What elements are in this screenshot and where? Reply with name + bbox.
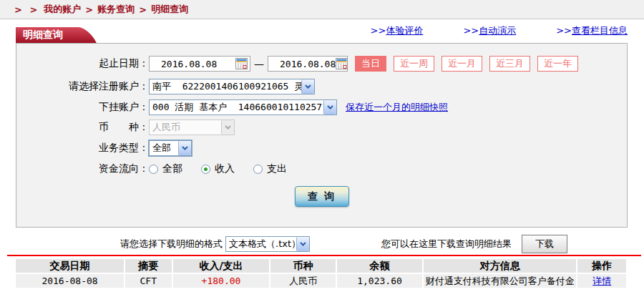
cell-counterparty: 财付通支付科技有限公司客户备付金: [424, 274, 577, 288]
chevron-down-icon: [221, 120, 234, 135]
calendar-icon[interactable]: [336, 58, 348, 69]
chevron-down-icon[interactable]: [323, 100, 336, 115]
col-header-balance: 余额: [337, 259, 422, 273]
download-button[interactable]: 下载: [522, 235, 567, 253]
sub-account-row: 下挂账户： 000 活期 基本户 1406600101102571848 保存近…: [16, 99, 627, 115]
download-result-label: 您可以在这里下载查询明细结果: [381, 238, 512, 250]
cell-action: 详情: [577, 274, 626, 288]
date-separator: —: [254, 58, 264, 69]
link-experience-rating[interactable]: >>体验评价: [371, 24, 424, 37]
breadcrumb-separator: >: [85, 4, 93, 15]
fund-flow-radio-all[interactable]: [149, 165, 158, 174]
results-header-row: 交易日期 摘要 收入/支出 币种 余额 对方信息 操作: [16, 259, 626, 273]
breadcrumb-item-account-query[interactable]: 账务查询: [97, 3, 135, 16]
register-account-select[interactable]: 南平 6222001406100921065 灵通卡: [149, 79, 315, 94]
download-format-select[interactable]: 文本格式（.txt）: [225, 236, 310, 252]
link-auto-demo[interactable]: >>自动演示: [463, 24, 516, 37]
download-row: 请您选择下载明细的格式 文本格式（.txt） 您可以在这里下载查询明细结果 下载: [0, 235, 644, 253]
sub-account-label: 下挂账户：: [16, 101, 149, 114]
cell-currency: 人民币: [270, 274, 336, 288]
query-button[interactable]: 查 询: [295, 186, 349, 207]
col-header-counterparty: 对方信息: [424, 259, 577, 273]
chevron-down-icon[interactable]: [296, 237, 309, 251]
table-row: 2016-08-08 CFT +180.00 人民币 1,023.60 财付通支…: [16, 274, 626, 288]
quick-date-button-year[interactable]: 近一年: [537, 56, 578, 72]
breadcrumb-prefix: > >: [14, 4, 39, 15]
col-header-action: 操作: [577, 259, 626, 273]
cell-balance: 1,023.60: [337, 274, 422, 288]
cell-date: 2016-08-08: [16, 274, 124, 288]
quick-date-button-month[interactable]: 近一月: [441, 56, 482, 72]
query-form-panel: 起止日期： 2016.08.08 — 2016.08.08: [16, 43, 628, 228]
breadcrumb-item-my-account[interactable]: 我的账户: [44, 3, 81, 16]
register-account-row: 请选择注册账户： 南平 6222001406100921065 灵通卡: [16, 79, 627, 94]
quick-date-button-week[interactable]: 近一周: [394, 56, 434, 72]
currency-row: 币 种： 人民币: [16, 120, 627, 135]
col-header-currency: 币种: [270, 259, 336, 273]
header-links: >>体验评价 >>自动演示 >>查看栏目信息: [331, 24, 628, 37]
fund-flow-option-all: 全部: [162, 162, 182, 175]
chevron-down-icon[interactable]: [178, 141, 191, 155]
detail-link[interactable]: 详情: [592, 276, 611, 286]
calendar-icon[interactable]: [235, 58, 248, 69]
tab-detail-query[interactable]: 明细查询: [16, 27, 79, 43]
cell-summary: CFT: [125, 274, 171, 288]
fund-flow-radio-expense[interactable]: [253, 165, 263, 174]
business-type-row: 业务类型： 全部: [16, 140, 627, 156]
date-range-label: 起止日期：: [16, 57, 149, 70]
tab-swoosh-decoration: [69, 27, 97, 43]
chevron-down-icon[interactable]: [301, 79, 314, 94]
table-top-divider: [7, 255, 641, 256]
fund-flow-row: 资金流向： 全部 收入 支出: [16, 163, 627, 175]
breadcrumb-separator: >: [139, 4, 147, 15]
register-account-label: 请选择注册账户：: [16, 80, 149, 93]
fund-flow-option-expense: 支出: [267, 162, 287, 175]
quick-date-button-today[interactable]: 当日: [355, 56, 386, 72]
breadcrumb-item-detail-query[interactable]: 明细查询: [151, 3, 188, 16]
end-date-input[interactable]: 2016.08.08: [268, 56, 348, 72]
download-format-label: 请您选择下载明细的格式: [120, 238, 223, 250]
start-date-input[interactable]: 2016.08.08: [149, 56, 250, 72]
col-header-summary: 摘要: [125, 259, 171, 273]
currency-label: 币 种：: [16, 121, 149, 134]
link-view-column-info[interactable]: >>查看栏目信息: [556, 24, 628, 37]
fund-flow-option-income: 收入: [215, 162, 235, 175]
fund-flow-radio-income[interactable]: [201, 165, 210, 174]
quick-date-button-quarter[interactable]: 近三月: [489, 56, 530, 72]
business-type-label: 业务类型：: [16, 142, 149, 155]
save-snapshot-link[interactable]: 保存近一个月的明细快照: [346, 101, 448, 114]
col-header-date: 交易日期: [16, 259, 124, 273]
breadcrumb: > > 我的账户 > 账务查询 > 明细查询: [0, 0, 644, 19]
results-table: 交易日期 摘要 收入/支出 币种 余额 对方信息 操作 2016-08-08 C…: [14, 258, 628, 289]
business-type-select[interactable]: 全部: [149, 140, 192, 156]
tab-label: 明细查询: [23, 29, 63, 42]
col-header-amount: 收入/支出: [173, 259, 270, 273]
currency-select: 人民币: [149, 120, 235, 135]
cell-amount: +180.00: [173, 274, 270, 288]
fund-flow-label: 资金流向：: [16, 162, 149, 175]
date-range-row: 起止日期： 2016.08.08 — 2016.08.08: [16, 56, 627, 72]
sub-account-select[interactable]: 000 活期 基本户 1406600101102571848: [149, 99, 337, 115]
section-header: 明细查询 >>体验评价 >>自动演示 >>查看栏目信息: [0, 19, 644, 43]
